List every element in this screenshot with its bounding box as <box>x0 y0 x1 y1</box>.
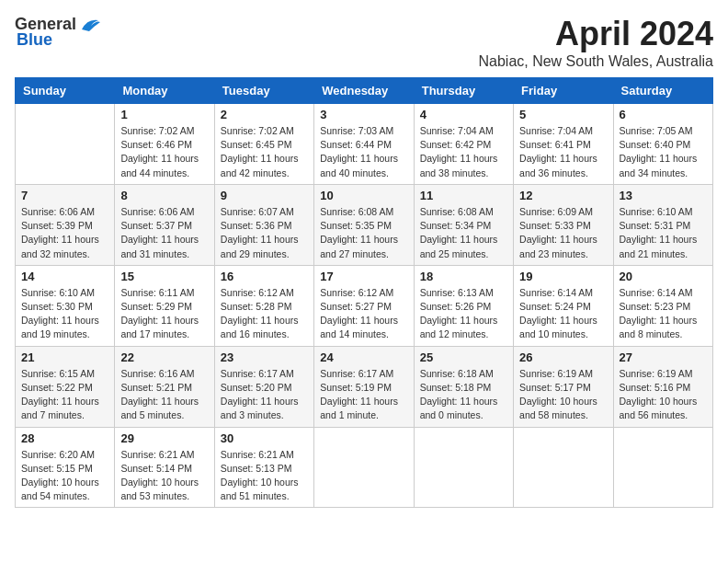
day-info: Sunrise: 6:18 AM Sunset: 5:18 PM Dayligh… <box>420 367 507 423</box>
day-info: Sunrise: 6:21 AM Sunset: 5:13 PM Dayligh… <box>221 448 308 504</box>
day-info: Sunrise: 6:19 AM Sunset: 5:17 PM Dayligh… <box>519 367 607 423</box>
calendar-cell: 2Sunrise: 7:02 AM Sunset: 6:45 PM Daylig… <box>214 104 313 185</box>
day-info: Sunrise: 7:03 AM Sunset: 6:44 PM Dayligh… <box>320 124 407 180</box>
day-number: 16 <box>221 270 308 283</box>
calendar-cell: 29Sunrise: 6:21 AM Sunset: 5:14 PM Dayli… <box>115 427 214 508</box>
calendar-cell: 7Sunrise: 6:06 AM Sunset: 5:39 PM Daylig… <box>16 184 115 265</box>
calendar-cell: 16Sunrise: 6:12 AM Sunset: 5:28 PM Dayli… <box>214 265 313 346</box>
logo-bird-icon <box>80 17 100 33</box>
calendar-cell: 20Sunrise: 6:14 AM Sunset: 5:23 PM Dayli… <box>613 265 712 346</box>
day-number: 29 <box>120 431 208 445</box>
calendar-cell <box>514 427 613 508</box>
calendar-cell <box>314 427 414 508</box>
day-info: Sunrise: 6:14 AM Sunset: 5:23 PM Dayligh… <box>620 286 707 342</box>
day-info: Sunrise: 7:05 AM Sunset: 6:40 PM Dayligh… <box>620 124 707 180</box>
day-info: Sunrise: 6:17 AM Sunset: 5:20 PM Dayligh… <box>221 367 308 423</box>
calendar-cell: 8Sunrise: 6:06 AM Sunset: 5:37 PM Daylig… <box>115 184 214 265</box>
day-number: 7 <box>21 189 108 202</box>
day-number: 19 <box>519 270 607 283</box>
day-number: 3 <box>320 108 407 121</box>
day-info: Sunrise: 7:04 AM Sunset: 6:41 PM Dayligh… <box>519 124 607 180</box>
day-number: 15 <box>120 270 208 283</box>
calendar-cell: 30Sunrise: 6:21 AM Sunset: 5:13 PM Dayli… <box>214 427 313 508</box>
calendar-cell: 23Sunrise: 6:17 AM Sunset: 5:20 PM Dayli… <box>214 346 313 427</box>
month-title: April 2024 <box>478 15 713 53</box>
day-number: 25 <box>420 350 507 364</box>
calendar-cell: 26Sunrise: 6:19 AM Sunset: 5:17 PM Dayli… <box>514 346 613 427</box>
calendar-cell: 14Sunrise: 6:10 AM Sunset: 5:30 PM Dayli… <box>16 265 115 346</box>
logo-blue-text: Blue <box>17 30 52 50</box>
day-info: Sunrise: 6:09 AM Sunset: 5:33 PM Dayligh… <box>519 205 607 261</box>
logo: General Blue <box>15 15 100 50</box>
day-info: Sunrise: 6:12 AM Sunset: 5:28 PM Dayligh… <box>221 286 308 342</box>
calendar-week-row: 1Sunrise: 7:02 AM Sunset: 6:46 PM Daylig… <box>16 104 713 185</box>
weekday-header: Wednesday <box>314 78 414 104</box>
weekday-header: Sunday <box>16 78 115 104</box>
day-number: 2 <box>221 108 308 121</box>
day-info: Sunrise: 6:21 AM Sunset: 5:14 PM Dayligh… <box>120 448 208 504</box>
day-number: 14 <box>21 270 108 283</box>
calendar-cell: 22Sunrise: 6:16 AM Sunset: 5:21 PM Dayli… <box>115 346 214 427</box>
calendar-cell: 18Sunrise: 6:13 AM Sunset: 5:26 PM Dayli… <box>414 265 513 346</box>
day-info: Sunrise: 6:10 AM Sunset: 5:31 PM Dayligh… <box>620 205 707 261</box>
calendar-cell: 10Sunrise: 6:08 AM Sunset: 5:35 PM Dayli… <box>314 184 414 265</box>
calendar-cell: 27Sunrise: 6:19 AM Sunset: 5:16 PM Dayli… <box>613 346 712 427</box>
calendar-cell: 17Sunrise: 6:12 AM Sunset: 5:27 PM Dayli… <box>314 265 414 346</box>
day-info: Sunrise: 6:11 AM Sunset: 5:29 PM Dayligh… <box>120 286 208 342</box>
day-number: 24 <box>320 350 407 364</box>
day-number: 12 <box>519 189 607 202</box>
calendar-cell: 9Sunrise: 6:07 AM Sunset: 5:36 PM Daylig… <box>214 184 313 265</box>
calendar-week-row: 14Sunrise: 6:10 AM Sunset: 5:30 PM Dayli… <box>16 265 713 346</box>
day-number: 26 <box>519 350 607 364</box>
day-info: Sunrise: 6:06 AM Sunset: 5:39 PM Dayligh… <box>21 205 108 261</box>
day-number: 8 <box>120 189 208 202</box>
day-info: Sunrise: 6:08 AM Sunset: 5:35 PM Dayligh… <box>320 205 407 261</box>
day-number: 6 <box>620 108 707 121</box>
day-info: Sunrise: 7:02 AM Sunset: 6:46 PM Dayligh… <box>120 124 208 180</box>
day-number: 18 <box>420 270 507 283</box>
calendar-week-row: 21Sunrise: 6:15 AM Sunset: 5:22 PM Dayli… <box>16 346 713 427</box>
calendar-cell: 25Sunrise: 6:18 AM Sunset: 5:18 PM Dayli… <box>414 346 513 427</box>
calendar-header-row: SundayMondayTuesdayWednesdayThursdayFrid… <box>16 78 713 104</box>
day-info: Sunrise: 6:15 AM Sunset: 5:22 PM Dayligh… <box>21 367 108 423</box>
calendar-table: SundayMondayTuesdayWednesdayThursdayFrid… <box>15 77 713 508</box>
calendar-cell: 19Sunrise: 6:14 AM Sunset: 5:24 PM Dayli… <box>514 265 613 346</box>
day-number: 5 <box>519 108 607 121</box>
calendar-cell: 3Sunrise: 7:03 AM Sunset: 6:44 PM Daylig… <box>314 104 414 185</box>
calendar-cell: 12Sunrise: 6:09 AM Sunset: 5:33 PM Dayli… <box>514 184 613 265</box>
weekday-header: Saturday <box>613 78 712 104</box>
page-header: General Blue April 2024 Nabiac, New Sout… <box>15 15 713 70</box>
calendar-week-row: 7Sunrise: 6:06 AM Sunset: 5:39 PM Daylig… <box>16 184 713 265</box>
day-info: Sunrise: 6:12 AM Sunset: 5:27 PM Dayligh… <box>320 286 407 342</box>
location-title: Nabiac, New South Wales, Australia <box>478 53 713 70</box>
weekday-header: Friday <box>514 78 613 104</box>
calendar-cell: 4Sunrise: 7:04 AM Sunset: 6:42 PM Daylig… <box>414 104 513 185</box>
day-info: Sunrise: 6:20 AM Sunset: 5:15 PM Dayligh… <box>21 448 108 504</box>
calendar-cell <box>16 104 115 185</box>
day-number: 1 <box>120 108 208 121</box>
calendar-cell: 24Sunrise: 6:17 AM Sunset: 5:19 PM Dayli… <box>314 346 414 427</box>
calendar-cell: 11Sunrise: 6:08 AM Sunset: 5:34 PM Dayli… <box>414 184 513 265</box>
day-number: 17 <box>320 270 407 283</box>
day-number: 28 <box>21 431 108 445</box>
day-info: Sunrise: 6:07 AM Sunset: 5:36 PM Dayligh… <box>221 205 308 261</box>
day-info: Sunrise: 6:08 AM Sunset: 5:34 PM Dayligh… <box>420 205 507 261</box>
weekday-header: Thursday <box>414 78 513 104</box>
day-number: 10 <box>320 189 407 202</box>
day-info: Sunrise: 6:06 AM Sunset: 5:37 PM Dayligh… <box>120 205 208 261</box>
day-number: 4 <box>420 108 507 121</box>
day-info: Sunrise: 6:13 AM Sunset: 5:26 PM Dayligh… <box>420 286 507 342</box>
calendar-cell <box>414 427 513 508</box>
day-info: Sunrise: 6:19 AM Sunset: 5:16 PM Dayligh… <box>620 367 707 423</box>
calendar-cell <box>613 427 712 508</box>
calendar-cell: 5Sunrise: 7:04 AM Sunset: 6:41 PM Daylig… <box>514 104 613 185</box>
day-number: 13 <box>620 189 707 202</box>
weekday-header: Monday <box>115 78 214 104</box>
day-number: 9 <box>221 189 308 202</box>
calendar-cell: 6Sunrise: 7:05 AM Sunset: 6:40 PM Daylig… <box>613 104 712 185</box>
calendar-cell: 21Sunrise: 6:15 AM Sunset: 5:22 PM Dayli… <box>16 346 115 427</box>
day-info: Sunrise: 7:04 AM Sunset: 6:42 PM Dayligh… <box>420 124 507 180</box>
calendar-cell: 1Sunrise: 7:02 AM Sunset: 6:46 PM Daylig… <box>115 104 214 185</box>
day-number: 27 <box>620 350 707 364</box>
day-number: 30 <box>221 431 308 445</box>
